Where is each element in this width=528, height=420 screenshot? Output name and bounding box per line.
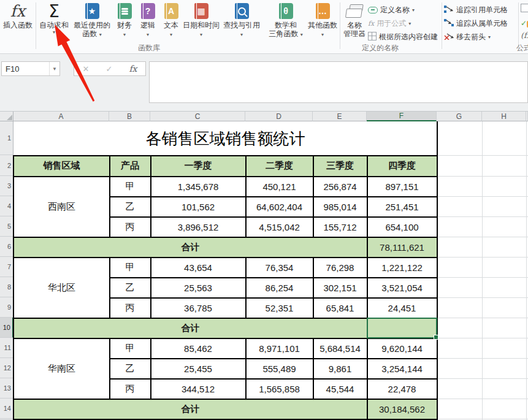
row-header-4[interactable]: 4 [0, 196, 13, 216]
value-cell-q4[interactable]: 24,451 [368, 299, 436, 317]
row-header-13[interactable]: 13 [0, 378, 13, 399]
value-cell-q1[interactable]: 25,455 [151, 359, 245, 378]
column-header-D[interactable]: D [245, 112, 313, 121]
total-label-cell[interactable]: 合计 [15, 400, 366, 418]
name-manager-button[interactable]: 名称 管理器 [342, 1, 367, 42]
row-header-5[interactable]: 5 [0, 216, 13, 237]
value-cell-q4[interactable]: 9,620,144 [368, 339, 436, 357]
value-cell-q4[interactable]: 3,254,144 [368, 359, 436, 378]
total-label-cell[interactable]: 合计 [15, 319, 366, 337]
value-cell-q3[interactable]: 5,684,514 [314, 339, 366, 357]
table-header-2[interactable]: 产品 [110, 156, 150, 175]
row-header-11[interactable]: 11 [0, 338, 13, 358]
financial-button[interactable]: 财务▾ [113, 1, 136, 42]
text-button[interactable]: A文本▾ [159, 1, 183, 42]
trace-precedents-button[interactable]: 追踪引用单元格 [444, 4, 508, 16]
insert-function-button[interactable]: fx 插入函数 [1, 1, 34, 42]
show-formulas-icon[interactable] [521, 4, 528, 12]
total-value-cell[interactable]: 78,111,621 [368, 238, 436, 256]
table-header-3[interactable]: 一季度 [151, 156, 245, 175]
region-name-cell[interactable]: 西南区 [15, 177, 109, 236]
fill-handle[interactable] [434, 335, 438, 340]
product-cell[interactable]: 丙 [110, 218, 150, 236]
value-cell-q3[interactable]: 76,298 [314, 258, 366, 277]
row-header-3[interactable]: 3 [0, 176, 13, 196]
value-cell-q4[interactable]: 1,221,122 [368, 258, 436, 277]
autosum-button[interactable]: Σ 自动求和 ▾ [37, 1, 71, 42]
product-cell[interactable]: 丙 [110, 299, 150, 317]
product-cell[interactable]: 甲 [110, 177, 150, 196]
name-box-dropdown-icon[interactable]: ▼ [49, 62, 59, 75]
row-header-8[interactable]: 8 [0, 277, 13, 297]
region-name-cell[interactable]: 华南区 [15, 339, 109, 398]
value-cell-q3[interactable]: 302,151 [314, 278, 366, 297]
product-cell[interactable]: 甲 [110, 339, 150, 357]
value-cell-q4[interactable]: 251,451 [368, 197, 436, 216]
value-cell-q1[interactable]: 36,785 [151, 299, 245, 317]
column-header-G[interactable]: G [437, 112, 482, 121]
value-cell-q1[interactable]: 43,654 [151, 258, 245, 277]
value-cell-q3[interactable]: 45,544 [314, 380, 366, 398]
value-cell-q3[interactable]: 985,014 [314, 197, 366, 216]
value-cell-q2[interactable]: 4,515,042 [247, 218, 312, 236]
value-cell-q1[interactable]: 1,345,678 [151, 177, 245, 196]
insert-function-icon[interactable]: fx [129, 64, 137, 74]
region-name-cell[interactable]: 华北区 [15, 258, 109, 317]
total-label-cell[interactable]: 合计 [15, 238, 366, 256]
total-value-cell[interactable]: 30,184,562 [368, 400, 436, 418]
value-cell-q1[interactable]: 3,896,512 [151, 218, 245, 236]
row-header-2[interactable]: 2 [0, 155, 13, 176]
table-header-6[interactable]: 四季度 [368, 156, 436, 175]
value-cell-q2[interactable]: 1,565,858 [247, 380, 312, 398]
enter-icon[interactable]: ✓ [105, 64, 112, 74]
name-box[interactable]: F10 ▼ [1, 61, 60, 76]
math-and-trig-button[interactable]: θ数学和三角函数 ▾ [266, 1, 305, 42]
value-cell-q2[interactable]: 52,351 [247, 299, 312, 317]
table-header-5[interactable]: 三季度 [314, 156, 366, 175]
value-cell-q1[interactable]: 85,462 [151, 339, 245, 357]
value-cell-q2[interactable]: 86,254 [247, 278, 312, 297]
value-cell-q2[interactable]: 555,489 [247, 359, 312, 378]
product-cell[interactable]: 乙 [110, 197, 150, 216]
column-header-B[interactable]: B [109, 112, 150, 121]
column-header-A[interactable]: A [13, 112, 109, 121]
create-from-selection-button[interactable]: 根据所选内容创建 [368, 31, 438, 43]
value-cell-q2[interactable]: 76,354 [247, 258, 312, 277]
value-cell-q2[interactable]: 64,602,404 [247, 197, 312, 216]
evaluate-formula-icon[interactable]: (fx [521, 31, 528, 40]
value-cell-q3[interactable]: 256,874 [314, 177, 366, 196]
value-cell-q3[interactable]: 65,841 [314, 299, 366, 317]
recently-used-functions-button[interactable]: ★最近使用的函数 ▾ [71, 1, 113, 42]
row-header-12[interactable]: 12 [0, 358, 13, 378]
table-header-4[interactable]: 二季度 [247, 156, 312, 175]
table-title-cell[interactable]: 各销售区域销售额统计 [15, 123, 436, 155]
table-header-1[interactable]: 销售区域 [15, 156, 109, 175]
row-header-14[interactable]: 14 [0, 399, 13, 419]
value-cell-q3[interactable]: 9,861 [314, 359, 366, 378]
cancel-icon[interactable]: ✕ [83, 64, 90, 74]
value-cell-q3[interactable]: 155,712 [314, 218, 366, 236]
value-cell-q1[interactable]: 344,512 [151, 380, 245, 398]
column-header-F[interactable]: F [367, 112, 437, 121]
row-header-9[interactable]: 9 [0, 297, 13, 318]
value-cell-q4[interactable]: 3,521,054 [368, 278, 436, 297]
product-cell[interactable]: 乙 [110, 359, 150, 378]
product-cell[interactable]: 丙 [110, 380, 150, 398]
use-in-formula-button[interactable]: fx用于公式▾ [368, 17, 411, 29]
product-cell[interactable]: 甲 [110, 258, 150, 277]
error-checking-icon[interactable]: ✓! [521, 17, 528, 26]
value-cell-q4[interactable]: 22,478 [368, 380, 436, 398]
value-cell-q4[interactable]: 654,100 [368, 218, 436, 236]
row-header-6[interactable]: 6 [0, 237, 13, 257]
define-name-button[interactable]: 定义名称▾ [368, 4, 415, 16]
value-cell-q1[interactable]: 101,562 [151, 197, 245, 216]
product-cell[interactable]: 乙 [110, 278, 150, 297]
value-cell-q4[interactable]: 897,151 [368, 177, 436, 196]
row-header-7[interactable]: 7 [0, 257, 13, 277]
value-cell-q2[interactable]: 450,121 [247, 177, 312, 196]
value-cell-q2[interactable]: 8,971,101 [247, 339, 312, 357]
lookup-and-reference-button[interactable]: 查找与引用▾ [220, 1, 264, 42]
active-cell-selection[interactable] [367, 318, 437, 338]
value-cell-q1[interactable]: 25,563 [151, 278, 245, 297]
remove-arrows-button[interactable]: 移去箭头▾ [444, 31, 491, 43]
